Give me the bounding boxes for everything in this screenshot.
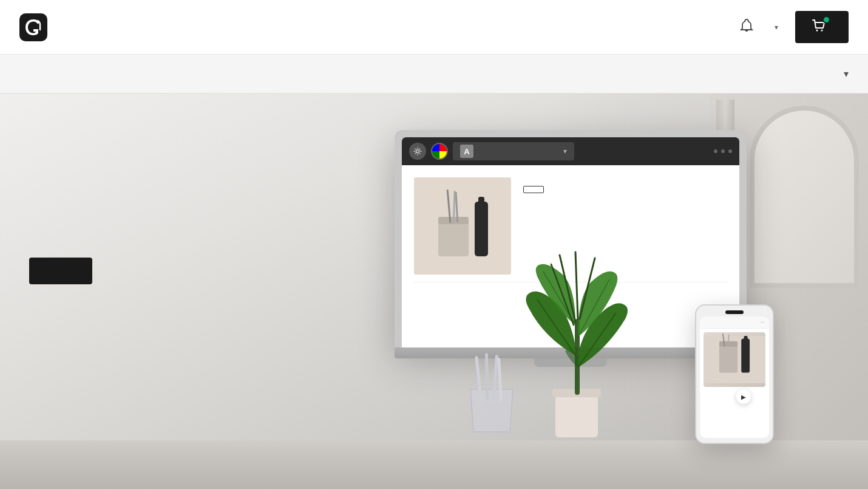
cart-badge bbox=[822, 16, 830, 24]
toolbar-color-btn[interactable] bbox=[431, 143, 448, 160]
phone-notch bbox=[725, 310, 744, 314]
svg-rect-7 bbox=[475, 202, 488, 256]
svg-point-1 bbox=[816, 30, 818, 32]
notification-bell[interactable] bbox=[739, 18, 754, 36]
toolbar-dots bbox=[714, 149, 732, 153]
toolbar-dot bbox=[728, 149, 732, 153]
cart-icon-wrap bbox=[812, 19, 826, 35]
phone-header: ··· bbox=[700, 316, 769, 329]
toolbar-dot bbox=[721, 149, 725, 153]
checkout-button[interactable] bbox=[795, 11, 849, 43]
toolbar-gear-btn[interactable] bbox=[409, 143, 426, 160]
font-a-icon: A bbox=[460, 145, 473, 158]
bell-icon bbox=[739, 18, 754, 33]
laptop-toolbar: A ▾ bbox=[402, 137, 739, 165]
plant-svg bbox=[510, 197, 643, 440]
svg-rect-5 bbox=[438, 220, 469, 256]
phone-play-button[interactable]: ▶ bbox=[736, 389, 751, 404]
hero-content bbox=[0, 94, 121, 304]
phone-product-svg bbox=[704, 332, 765, 387]
product-cta-btn[interactable] bbox=[523, 186, 544, 193]
svg-line-27 bbox=[575, 252, 578, 319]
svg-point-3 bbox=[416, 150, 419, 153]
hero-title bbox=[29, 154, 92, 233]
phone-brand bbox=[704, 391, 765, 395]
hero-section: A ▾ bbox=[0, 94, 868, 489]
toolbar-chevron-icon: ▾ bbox=[563, 147, 567, 156]
secondary-tabs bbox=[66, 72, 821, 76]
secondary-navigation: ▾ bbox=[0, 55, 868, 94]
logo[interactable] bbox=[19, 13, 53, 41]
svg-rect-8 bbox=[478, 197, 484, 204]
svg-rect-16 bbox=[744, 336, 748, 340]
phone-screen: ··· bbox=[700, 316, 769, 438]
svg-rect-13 bbox=[719, 344, 737, 373]
toolbar-dot bbox=[714, 149, 717, 153]
gear-icon bbox=[413, 147, 422, 156]
svg-rect-0 bbox=[19, 13, 47, 41]
product-image bbox=[414, 177, 511, 275]
godaddy-logo-icon bbox=[19, 13, 47, 41]
chevron-down-icon: ▾ bbox=[775, 23, 778, 32]
svg-rect-19 bbox=[555, 392, 598, 437]
nav-right-links: ▾ bbox=[705, 11, 849, 43]
chevron-down-icon: ▾ bbox=[844, 68, 849, 80]
hero-visual: A ▾ bbox=[322, 94, 868, 489]
plant-decoration bbox=[510, 197, 643, 440]
secondary-more-menu[interactable]: ▾ bbox=[840, 68, 849, 80]
phone-body: ··· bbox=[695, 304, 774, 444]
svg-rect-15 bbox=[741, 338, 750, 372]
svg-point-2 bbox=[821, 30, 823, 32]
toolbar-font-btn[interactable]: A ▾ bbox=[453, 142, 574, 160]
phone-menu-dots: ··· bbox=[761, 320, 764, 324]
phone-product-image bbox=[704, 332, 765, 387]
top-navigation: ▾ bbox=[0, 0, 868, 55]
user-menu[interactable]: ▾ bbox=[771, 23, 778, 32]
start-free-button[interactable] bbox=[29, 258, 92, 284]
product-image-svg bbox=[414, 177, 511, 275]
product-info bbox=[523, 177, 727, 196]
phone-mockup: ··· bbox=[695, 304, 774, 440]
phone-content bbox=[700, 329, 769, 399]
